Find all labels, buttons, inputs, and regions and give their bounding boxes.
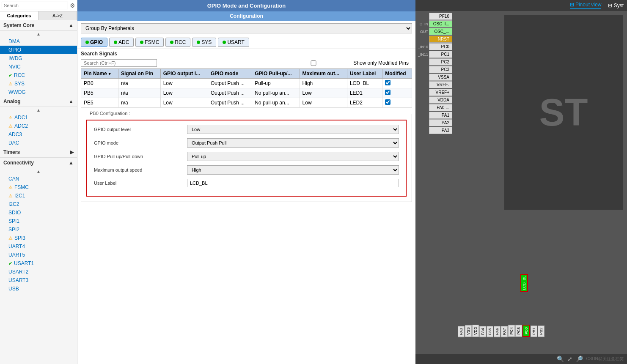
sidebar-item-i2c1[interactable]: ⚠I2C1 [0, 192, 77, 200]
scroll-up-btn[interactable]: ▲ [0, 31, 77, 37]
section-timers[interactable]: Timers ▶ [0, 147, 77, 158]
bpin-pb1[interactable]: PB1 [531, 326, 537, 337]
bpin-pb2[interactable]: PB2 [538, 326, 544, 337]
pin-nrst[interactable]: NRST [429, 36, 452, 43]
scroll-up-btn-conn[interactable]: ▲ [0, 168, 77, 175]
section-connectivity[interactable]: Connectivity ▲ [0, 158, 77, 168]
pin-pc1[interactable]: PC1 [429, 51, 452, 58]
gpio-output-level-select[interactable]: Low High [187, 125, 399, 134]
ptab-fsmc[interactable]: FSMC [135, 38, 164, 47]
bpin-pa5[interactable]: PA5 [487, 326, 493, 337]
sidebar-item-nvic[interactable]: NVIC [0, 63, 77, 71]
sidebar-item-sdio[interactable]: SDIO [0, 208, 77, 217]
bpin-vdd[interactable]: VDD [472, 325, 479, 337]
sidebar-item-gpio[interactable]: GPIO [0, 46, 77, 54]
pin-pa2[interactable]: PA2 [429, 119, 452, 126]
gear-icon[interactable]: ⚙ [70, 2, 75, 9]
sidebar-item-can[interactable]: CAN [0, 175, 77, 183]
ptab-rcc[interactable]: RCC [165, 38, 190, 47]
pin-pa3[interactable]: PA3 [429, 127, 452, 134]
gpio-pull-select[interactable]: No pull-up and no pull-down Pull-up Pull… [187, 152, 399, 161]
col-gpio-mode[interactable]: GPIO mode [208, 69, 252, 79]
bpin-pa7[interactable]: PA7 [501, 326, 508, 337]
pin-pc2[interactable]: PC2 [429, 58, 452, 66]
sidebar-item-fsmc[interactable]: ⚠FSMC [0, 183, 77, 192]
search-input[interactable] [2, 2, 68, 9]
tab-categories[interactable]: Categories [0, 11, 38, 20]
sys-view-btn[interactable]: ⊟ Syst [608, 3, 624, 8]
pinout-view-btn[interactable]: ⊞ Pinout view [570, 2, 602, 9]
cell-max-out: High [300, 79, 347, 88]
sidebar-item-rcc[interactable]: ✔RCC [0, 71, 77, 79]
scroll-up-btn-analog[interactable]: ▲ [0, 107, 77, 113]
gpio-mode-select[interactable]: Output Push Pull Output Open Drain [187, 138, 399, 148]
user-label-input[interactable] [187, 179, 399, 187]
col-max-out[interactable]: Maximum out... [300, 69, 347, 79]
sidebar-item-dma[interactable]: DMA [0, 37, 77, 46]
zoom-out-icon[interactable]: 🔎 [576, 356, 583, 362]
label-user-label: User Label [94, 181, 187, 186]
bpin-pa6[interactable]: PA6 [494, 326, 500, 337]
sidebar-item-spi3[interactable]: ⚠SPI3 [0, 234, 77, 242]
bpin-pa4[interactable]: PA4 [479, 326, 486, 337]
sidebar-item-uart5[interactable]: UART5 [0, 251, 77, 259]
col-signal[interactable]: Signal on Pin [118, 69, 161, 79]
ptab-usart[interactable]: USART [218, 38, 249, 47]
col-user-label[interactable]: User Label [347, 69, 382, 79]
bpin-pc4[interactable]: PC4 [508, 325, 515, 337]
tab-a-z[interactable]: A->Z [38, 11, 77, 20]
expand-icon[interactable]: ⤢ [567, 356, 572, 362]
sidebar-item-usart3[interactable]: USART3 [0, 276, 77, 285]
sidebar-item-wwdg[interactable]: WWDG [0, 88, 77, 96]
col-modified[interactable]: Modified [382, 69, 412, 79]
pin-vref+[interactable]: VREF+ [429, 89, 452, 96]
table-row[interactable]: PE5 n/a Low Output Push ... No pull-up a… [81, 98, 412, 108]
dot-usart [223, 41, 226, 44]
ptab-adc[interactable]: ADC [109, 38, 134, 47]
bpin-pb0[interactable]: PB0 [522, 325, 530, 337]
pin-osc-out[interactable]: OSC_... [429, 28, 452, 35]
table-row[interactable]: PB5 n/a Low Output Push ... No pull-up a… [81, 88, 412, 98]
pin-pa1[interactable]: PA1 [429, 112, 452, 119]
col-pull[interactable]: GPIO Pull-up/... [252, 69, 300, 79]
sidebar-item-dac[interactable]: DAC [0, 139, 77, 147]
sidebar-item-usart2[interactable]: USART2 [0, 268, 77, 276]
bpin-vss[interactable]: VSS [465, 325, 472, 337]
sidebar-item-spi1[interactable]: SPI1 [0, 217, 77, 225]
sidebar-item-uart4[interactable]: UART4 [0, 242, 77, 251]
pin-osc-i[interactable]: OSC_I... [429, 20, 452, 27]
sidebar-item-spi2[interactable]: SPI2 [0, 225, 77, 234]
sidebar-item-sys[interactable]: ⚠SYS [0, 79, 77, 88]
bpin-pc5[interactable]: PC5 [515, 325, 522, 337]
pin-vdda[interactable]: VDDA [429, 96, 452, 104]
section-analog[interactable]: Analog ▲ [0, 96, 77, 107]
sidebar-item-usart1[interactable]: ✔USART1 [0, 259, 77, 268]
pin-pc3[interactable]: PC3 [429, 66, 452, 73]
dot-gpio [85, 41, 89, 44]
section-system-core[interactable]: System Core ▲ [0, 20, 77, 31]
sidebar-item-adc1[interactable]: ⚠ADC1 [0, 113, 77, 122]
col-output-level[interactable]: GPIO output l... [160, 69, 208, 79]
warn-icon-i2c1: ⚠ [8, 193, 13, 199]
pin-vref-[interactable]: VREF- [429, 81, 452, 88]
col-pin-name[interactable]: Pin Name▼ [81, 69, 118, 79]
bpin-pa3[interactable]: PA3 [458, 326, 465, 337]
table-row[interactable]: PB0 n/a Low Output Push ... Pull-up High… [81, 79, 412, 88]
pin-vssa[interactable]: VSSA [429, 74, 452, 81]
zoom-in-icon[interactable]: 🔍 [557, 356, 564, 362]
group-by-select[interactable]: Group By Peripherals Group By Pins [81, 23, 412, 33]
pin-pa0-[interactable]: PA0-... [429, 104, 452, 111]
sidebar-item-i2c2[interactable]: I2C2 [0, 200, 77, 208]
show-modified-checkbox[interactable] [275, 60, 352, 66]
max-speed-select[interactable]: Low Medium High [187, 165, 399, 175]
sidebar-item-adc3[interactable]: ADC3 [0, 130, 77, 139]
sidebar-item-adc2[interactable]: ⚠ADC2 [0, 122, 77, 130]
pin-pf10[interactable]: PF10 [429, 13, 452, 20]
search-signals-input[interactable] [81, 59, 157, 67]
ptab-sys[interactable]: SYS [192, 38, 216, 47]
ptab-gpio[interactable]: GPIO [81, 38, 107, 47]
sidebar-item-usb[interactable]: USB [0, 285, 77, 293]
sidebar-item-iwdg[interactable]: IWDG [0, 54, 77, 63]
pin-pc0[interactable]: PC0 [429, 43, 452, 50]
check-icon-rcc: ✔ [8, 73, 12, 78]
